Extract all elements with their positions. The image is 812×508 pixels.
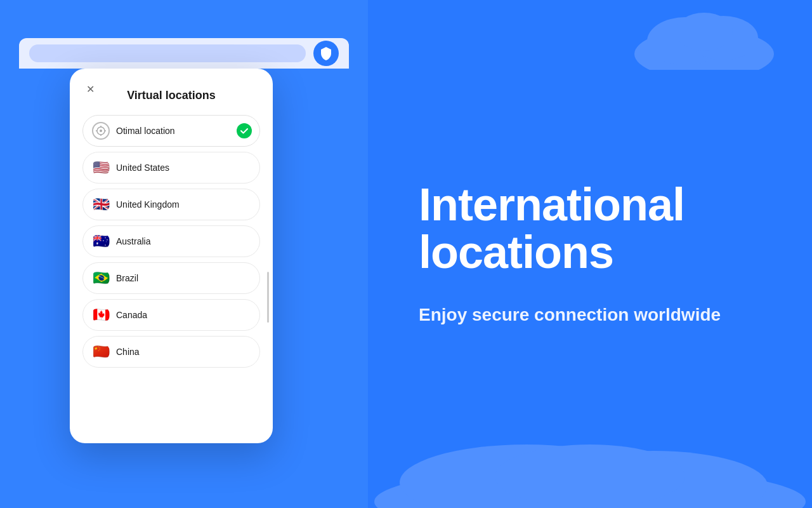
svg-point-7 bbox=[495, 444, 685, 508]
location-item-cn[interactable]: 🇨🇳 China bbox=[82, 336, 260, 368]
location-name-cn: China bbox=[116, 347, 140, 357]
location-name-us: United States bbox=[116, 163, 169, 173]
flag-us: 🇺🇸 bbox=[92, 159, 110, 177]
flag-gb: 🇬🇧 bbox=[92, 196, 110, 213]
location-name-ca: Canada bbox=[116, 310, 147, 320]
location-name-gb: United Kingdom bbox=[116, 199, 180, 210]
location-list: Otimal location 🇺🇸 United States 🇬🇧 Unit… bbox=[82, 115, 260, 368]
cloud-top-decoration bbox=[628, 0, 780, 70]
location-item-us[interactable]: 🇺🇸 United States bbox=[82, 152, 260, 184]
flag-cn: 🇨🇳 bbox=[92, 343, 110, 361]
close-button[interactable]: ✕ bbox=[81, 80, 99, 98]
right-panel: International locations Enjoy secure con… bbox=[368, 0, 812, 508]
selected-check-icon bbox=[237, 123, 252, 138]
location-item-au[interactable]: 🇦🇺 Australia bbox=[82, 225, 260, 257]
browser-url-bar bbox=[29, 44, 306, 62]
svg-point-3 bbox=[676, 13, 733, 51]
dialog-title: Virtual locations bbox=[82, 89, 260, 102]
optimal-location-name: Otimal location bbox=[116, 126, 175, 136]
location-name-au: Australia bbox=[116, 236, 150, 246]
flag-br: 🇧🇷 bbox=[92, 269, 110, 287]
location-item-gb[interactable]: 🇬🇧 United Kingdom bbox=[82, 189, 260, 220]
location-item-ca[interactable]: 🇨🇦 Canada bbox=[82, 299, 260, 331]
location-item-br[interactable]: 🇧🇷 Brazil bbox=[82, 262, 260, 294]
location-item-optimal[interactable]: Otimal location bbox=[82, 115, 260, 147]
browser-bar bbox=[19, 38, 349, 69]
marketing-title: International locations bbox=[419, 181, 761, 277]
location-name-br: Brazil bbox=[116, 273, 138, 283]
flag-ca: 🇨🇦 bbox=[92, 306, 110, 324]
scroll-indicator[interactable] bbox=[267, 272, 269, 323]
shield-button[interactable] bbox=[313, 41, 339, 66]
flag-au: 🇦🇺 bbox=[92, 232, 110, 250]
marketing-subtitle: Enjoy secure connection worldwide bbox=[419, 302, 761, 327]
svg-point-9 bbox=[100, 130, 102, 132]
virtual-locations-dialog: ✕ Virtual locations Otimal location bbox=[70, 69, 273, 443]
cloud-bottom-decoration bbox=[368, 413, 812, 508]
optimal-location-icon bbox=[92, 122, 110, 140]
